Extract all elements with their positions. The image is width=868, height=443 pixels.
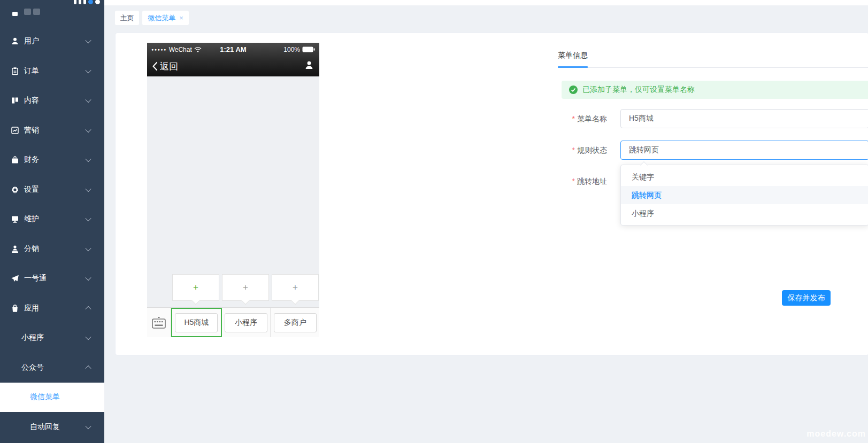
add-submenu-button[interactable]: + — [172, 274, 219, 301]
phone-nav-bar: 返回 — [147, 56, 319, 76]
chevron-up-icon — [85, 366, 91, 371]
tab-home[interactable]: 主页 — [115, 11, 139, 25]
chevron-down-icon — [85, 97, 91, 103]
required-asterisk: * — [572, 146, 575, 154]
rule-status-select[interactable]: 跳转网页 — [620, 141, 868, 160]
sidebar-item-finance[interactable]: 财务 — [0, 145, 104, 175]
shopping-bag-icon — [11, 304, 19, 313]
sidebar-item-distribution[interactable]: 分销 — [0, 234, 104, 264]
send-plane-icon — [11, 274, 19, 283]
chevron-up-icon — [85, 306, 91, 312]
top-header-strip — [104, 0, 868, 5]
sidebar-item-official-account[interactable]: 公众号 — [0, 353, 104, 383]
chevron-down-icon — [85, 156, 91, 162]
chevron-down-icon — [85, 245, 91, 251]
back-button: 返回 — [152, 60, 178, 73]
marketing-icon — [11, 126, 19, 135]
sidebar-item-orders[interactable]: 订单 — [0, 56, 104, 86]
dropdown-option-miniprogram[interactable]: 小程序 — [621, 204, 868, 222]
battery-percent-label: 100% — [283, 46, 300, 53]
active-tab-underline — [558, 66, 588, 68]
tab-divider — [558, 67, 868, 68]
phone-status-bar: ●●●●● WeChat 1:21 AM 100% — [147, 43, 319, 56]
chevron-down-icon — [85, 215, 91, 221]
content-icon — [11, 96, 19, 105]
plus-icon: + — [293, 282, 298, 293]
sidebar-item-miniprogram[interactable]: 小程序 — [0, 323, 104, 353]
chevron-down-icon — [85, 334, 91, 340]
sidebar-item-users[interactable]: 用户 — [0, 27, 104, 57]
keyboard-toggle[interactable] — [147, 308, 171, 337]
required-asterisk: * — [572, 114, 575, 123]
chevron-down-icon — [85, 127, 91, 133]
back-chevron-icon — [152, 61, 158, 71]
rule-status-dropdown: 关键字 跳转网页 小程序 — [620, 165, 868, 226]
tab-menu-info[interactable]: 菜单信息 — [558, 49, 588, 61]
battery-icon — [302, 46, 315, 52]
chevron-down-icon — [85, 186, 91, 192]
field-label-jump-url: *跳转地址 — [532, 172, 607, 191]
box-icon — [11, 7, 19, 16]
admin-page: 用户 订单 内容 营销 — [0, 0, 868, 443]
add-submenu-button[interactable]: + — [272, 274, 319, 301]
order-icon — [11, 67, 19, 75]
menu-item-multi-merchant[interactable]: 多商户 — [271, 308, 319, 337]
sidebar-item-yihaotong[interactable]: 一号通 — [0, 264, 104, 294]
maintenance-icon — [11, 215, 19, 223]
sidebar-item-apps[interactable]: 应用 — [0, 293, 104, 323]
field-label-menu-name: *菜单名称 — [532, 109, 607, 128]
success-check-icon — [569, 86, 578, 94]
sidebar-item-wechat-menu[interactable]: 微信菜单 — [0, 383, 104, 413]
success-alert: 已添加子菜单，仅可设置菜单名称 — [562, 81, 868, 99]
keyboard-icon — [152, 317, 166, 329]
close-icon[interactable]: × — [179, 14, 183, 21]
chevron-down-icon — [85, 423, 91, 429]
phone-header: ●●●●● WeChat 1:21 AM 100% 返回 — [147, 43, 319, 76]
sidebar-menu: 用户 订单 内容 营销 — [0, 0, 104, 442]
signal-dots-icon: ●●●●● — [151, 48, 167, 51]
chevron-down-icon — [85, 67, 91, 73]
sidebar-item-maintenance[interactable]: 维护 — [0, 205, 104, 235]
finance-icon — [11, 156, 19, 164]
plus-icon: + — [193, 282, 198, 293]
menu-name-input[interactable]: H5商城 — [620, 109, 868, 128]
wifi-icon — [194, 46, 202, 52]
dropdown-option-keyword[interactable]: 关键字 — [621, 168, 868, 186]
required-asterisk: * — [572, 177, 575, 185]
sidebar-item-auto-reply[interactable]: 自动回复 — [0, 412, 104, 442]
sidebar-item-cutoff[interactable] — [0, 0, 104, 27]
chevron-down-icon — [85, 37, 91, 43]
chevron-down-icon — [85, 275, 91, 281]
field-label-rule-status: *规则状态 — [532, 141, 607, 160]
carrier-label: WeChat — [169, 46, 192, 53]
distribution-icon — [11, 245, 19, 253]
menu-item-h5-mall[interactable]: H5商城 — [171, 308, 222, 337]
tab-wechat-menu[interactable]: 微信菜单 × — [142, 11, 189, 25]
add-submenu-button[interactable]: + — [222, 274, 269, 301]
phone-body — [147, 76, 319, 307]
plus-icon: + — [243, 282, 248, 293]
wechat-phone-preview: ●●●●● WeChat 1:21 AM 100% 返回 — [147, 43, 319, 337]
sidebar-item-content[interactable]: 内容 — [0, 86, 104, 116]
contact-person-icon — [304, 60, 314, 72]
user-icon — [11, 37, 19, 45]
settings-gear-icon — [11, 185, 19, 194]
phone-menu-bar: H5商城 小程序 多商户 — [147, 307, 319, 337]
dropdown-option-jump-webpage[interactable]: 跳转网页 — [621, 186, 868, 204]
sidebar-item-settings[interactable]: 设置 — [0, 175, 104, 205]
sidebar-item-marketing[interactable]: 营销 — [0, 115, 104, 145]
menu-item-miniprogram[interactable]: 小程序 — [222, 308, 271, 337]
save-publish-button[interactable]: 保存并发布 — [782, 290, 831, 306]
sidebar: 用户 订单 内容 营销 — [0, 0, 104, 443]
watermark: moedew.com — [806, 429, 866, 439]
